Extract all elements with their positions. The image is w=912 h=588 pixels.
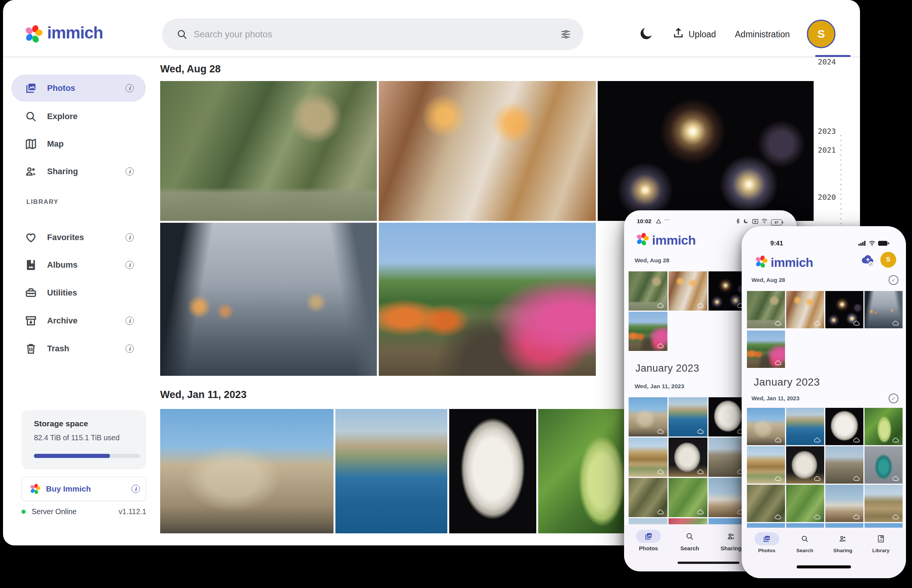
buy-immich-button[interactable]: Buy Immich i [21,477,146,501]
storage-usage-text: 82.4 TiB of 115.1 TiB used [34,433,119,442]
sidebar-item-archive[interactable]: Archive i [11,307,146,334]
select-all-check-icon[interactable]: ✓ [889,394,898,403]
photo-bust[interactable] [449,409,536,533]
select-all-check-icon[interactable]: ✓ [889,275,898,285]
home-indicator[interactable] [678,562,739,564]
sidebar-item-trash[interactable]: Trash i [11,335,146,362]
heart-icon [24,231,37,244]
date-group-header: Wed, Jan 11, 2023 [634,383,684,390]
map-icon [24,137,37,150]
storage-card: Storage space 82.4 TiB of 115.1 TiB used [21,410,146,469]
user-avatar[interactable]: S [880,252,896,268]
photo-garden[interactable] [379,223,596,376]
upload-button[interactable]: Upload [689,29,716,40]
user-avatar[interactable]: S [807,19,836,48]
sidebar-item-sharing[interactable]: Sharing i [11,158,146,185]
photo-tealtree[interactable] [865,446,902,484]
wifi-icon [868,241,876,247]
photo-monkeys[interactable] [160,81,377,221]
buy-immich-label: Buy Immich [46,485,91,493]
signal-bars-icon [859,241,866,247]
photo-lizard2[interactable] [668,478,707,517]
nav-tab-search[interactable]: Search [669,530,711,572]
sidebar-item-map[interactable]: Map [11,131,146,158]
photo-cliff[interactable] [747,446,785,484]
photo-fireworks[interactable] [825,291,864,328]
home-indicator[interactable] [797,565,851,569]
date-group-header: Wed, Aug 28 [751,277,785,283]
timeline-year-2023[interactable]: 2023 [818,127,836,136]
photo-coastal[interactable] [336,409,447,533]
search-input[interactable]: Search your photos [162,18,583,50]
timeline-year-2021[interactable]: 2021 [818,145,836,155]
photo-hands[interactable] [865,291,902,328]
photo-monkeys[interactable] [747,291,785,328]
photo-garden[interactable] [747,331,785,368]
cloud-sync-icon [853,476,860,481]
server-version: v1.112.1 [119,507,146,516]
library-section-heading: LIBRARY [26,198,58,206]
sidebar-item-favorites[interactable]: Favorites i [11,224,146,251]
nav-tab-photos[interactable]: Photos [628,530,669,572]
sidebar-item-photos[interactable]: Photos i [11,74,146,102]
info-icon[interactable]: i [132,485,140,493]
sidebar-item-albums[interactable]: Albums i [11,251,146,279]
cloud-sync-icon [893,476,899,481]
photo-dinner[interactable] [786,291,824,328]
cloud-sync-icon [853,515,860,519]
photo-dinner[interactable] [379,81,596,221]
sidebar-item-label: Utilities [47,288,77,298]
library-icon [868,532,894,545]
timeline-year-2020[interactable]: 2020 [818,192,836,202]
trash-icon [24,342,37,355]
immich-logo-icon [24,24,44,45]
nav-tab-photos[interactable]: Photos [748,532,786,578]
timeline-year-2024[interactable]: 2024 [818,57,836,66]
photo-monkeys[interactable] [629,271,667,310]
photo-bust[interactable] [825,408,864,445]
photo-castle[interactable] [747,408,785,445]
photo-lizard2[interactable] [786,485,824,522]
photo-dinner[interactable] [668,271,707,310]
search-filter-icon[interactable] [560,29,571,42]
administration-link[interactable]: Administration [735,29,790,40]
info-icon[interactable]: i [126,317,134,325]
info-icon[interactable]: i [126,84,134,92]
dark-mode-moon-icon[interactable] [639,26,654,43]
photo-castle[interactable] [629,397,667,436]
photo-garden[interactable] [629,312,667,351]
cloud-backup-icon[interactable] [861,254,875,268]
sidebar-item-label: Sharing [47,166,78,176]
photo-lizard1[interactable] [747,485,785,522]
info-icon[interactable]: i [126,261,134,269]
photo-fireworks[interactable] [598,81,814,221]
sidebar-item-explore[interactable]: Explore [11,103,146,130]
cloud-sync-icon [697,510,704,515]
photo-coastal[interactable] [786,408,824,445]
photo-ruins[interactable] [825,446,864,484]
sidebar-item-label: Archive [47,316,77,326]
photo-winter[interactable] [825,485,864,522]
photo-hands[interactable] [160,223,377,376]
app-logo-text: immich [771,255,813,270]
sidebar-item-utilities[interactable]: Utilities [11,279,146,307]
photo-rock[interactable] [668,438,707,477]
photo-lizard1[interactable] [629,478,667,517]
photo-rock[interactable] [786,446,824,484]
photo-castle[interactable] [160,409,334,533]
bottom-nav: Photos Search Sharing Library [742,528,906,578]
upload-icon[interactable] [672,26,685,42]
photo-cliff[interactable] [629,438,667,477]
nav-tab-sharing[interactable]: Sharing [824,532,862,578]
info-icon[interactable]: i [126,167,134,176]
nav-tab-library[interactable]: Library [862,532,900,578]
info-icon[interactable]: i [126,233,134,242]
photo-coastal[interactable] [668,397,707,436]
timeline-tick-dots[interactable] [840,135,841,225]
cloud-sync-icon [853,438,860,443]
info-icon[interactable]: i [126,344,134,353]
photo-plant[interactable] [865,408,902,445]
photo-field[interactable] [865,485,902,522]
storage-title: Storage space [34,419,88,428]
nav-tab-search[interactable]: Search [786,532,824,578]
